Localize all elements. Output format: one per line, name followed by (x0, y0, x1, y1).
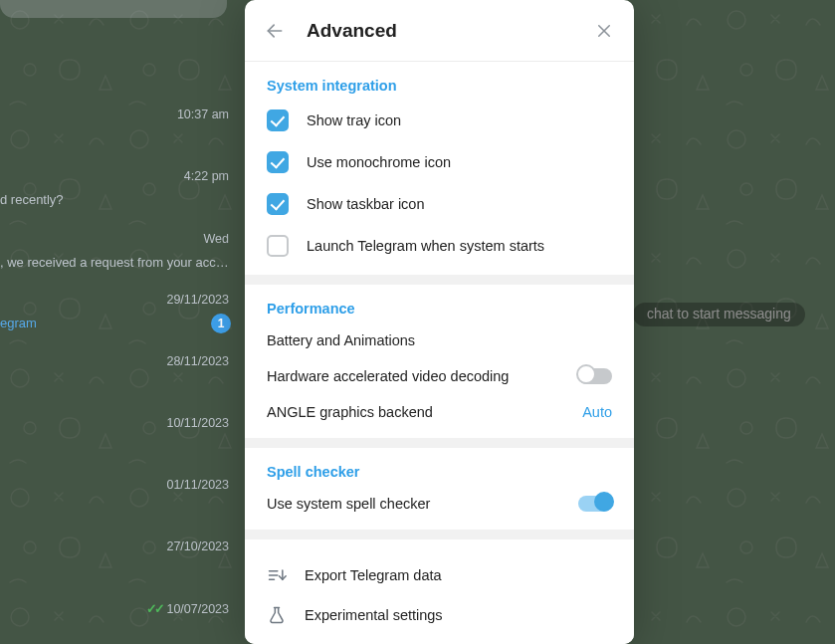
option-monochrome-icon[interactable]: Use monochrome icon (245, 141, 634, 183)
toggle-switch (578, 496, 612, 512)
close-icon (595, 22, 613, 40)
option-launch-on-start[interactable]: Launch Telegram when system starts (245, 225, 634, 267)
panel-body: System integration Show tray icon Use mo… (245, 62, 634, 644)
option-battery-animations[interactable]: Battery and Animations (245, 322, 634, 358)
option-angle-backend[interactable]: ANGLE graphics backend Auto (245, 394, 634, 430)
unread-badge: 1 (211, 314, 231, 333)
chat-date: 27/10/2023 (166, 539, 229, 553)
action-experimental-settings[interactable]: Experimental settings (245, 595, 634, 635)
group-title: Spell checker (245, 464, 634, 486)
chat-preview-bubble (0, 0, 227, 18)
flask-icon (267, 605, 287, 625)
chat-date: ✓✓10/07/2023 (146, 601, 229, 616)
chat-snippet: , we received a request from your acc… (0, 255, 229, 270)
chat-date: 28/11/2023 (166, 354, 229, 368)
chat-list: 10:37 am 4:22 pm d recently? Wed , we re… (0, 0, 243, 644)
option-hw-video-decoding[interactable]: Hardware accelerated video decoding (245, 358, 634, 394)
option-label: Use monochrome icon (307, 154, 451, 170)
back-button[interactable] (261, 17, 289, 45)
chat-time: 10:37 am (177, 107, 229, 121)
toggle-switch (578, 368, 612, 384)
action-export-data[interactable]: Export Telegram data (245, 555, 634, 595)
option-label: ANGLE graphics backend (267, 404, 433, 420)
arrow-left-icon (265, 21, 285, 41)
panel-title: Advanced (307, 20, 572, 42)
option-show-tray-icon[interactable]: Show tray icon (245, 100, 634, 141)
option-show-taskbar-icon[interactable]: Show taskbar icon (245, 183, 634, 225)
read-checks-icon: ✓✓ (146, 602, 162, 616)
option-label: Experimental settings (305, 607, 443, 623)
option-label: Launch Telegram when system starts (307, 238, 544, 254)
group-performance: Performance Battery and Animations Hardw… (245, 285, 634, 438)
chat-date: 10/11/2023 (166, 416, 229, 430)
option-label: Export Telegram data (305, 567, 442, 583)
chat-date: 29/11/2023 (166, 293, 229, 307)
group-system-integration: System integration Show tray icon Use mo… (245, 62, 634, 275)
close-button[interactable] (590, 17, 618, 45)
option-label: Use system spell checker (267, 496, 430, 512)
group-spell-checker: Spell checker Use system spell checker (245, 448, 634, 530)
export-icon (267, 565, 287, 585)
checkbox-icon (267, 193, 289, 215)
option-label: Hardware accelerated video decoding (267, 368, 509, 384)
settings-panel: Advanced System integration Show tray ic… (245, 0, 634, 644)
group-title: System integration (245, 78, 634, 100)
chat-time: 4:22 pm (184, 169, 229, 183)
panel-header: Advanced (245, 0, 634, 62)
chat-snippet: egram (0, 316, 37, 330)
option-system-spell-checker[interactable]: Use system spell checker (245, 486, 634, 522)
checkbox-icon (267, 235, 289, 257)
chat-date: Wed (204, 232, 229, 246)
chat-snippet: d recently? (0, 192, 64, 207)
option-label: Battery and Animations (267, 332, 415, 348)
option-value: Auto (582, 404, 612, 420)
option-label: Show tray icon (307, 112, 401, 128)
chat-date: 01/11/2023 (166, 478, 229, 492)
group-other: Export Telegram data Experimental settin… (245, 539, 634, 644)
group-title: Performance (245, 301, 634, 322)
checkbox-icon (267, 109, 289, 131)
checkbox-icon (267, 151, 289, 173)
option-label: Show taskbar icon (307, 196, 424, 212)
